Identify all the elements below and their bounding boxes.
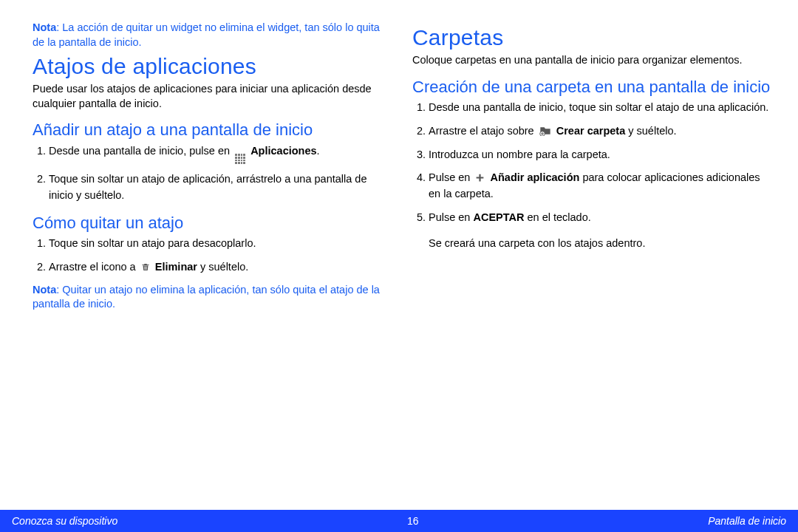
create-folder-label: Crear carpeta — [556, 125, 626, 137]
folder-plus-icon — [539, 126, 551, 136]
footer-bar: Conozca su dispositivo 16 Pantalla de in… — [0, 510, 798, 532]
add-app-label: Añadir aplicación — [491, 171, 580, 183]
subheading-add-shortcut: Añadir un atajo a una pantalla de inicio — [33, 120, 393, 140]
step-remove-1: Toque sin soltar un atajo para desacopla… — [49, 236, 393, 252]
step-folder-1: Desde una pantalla de inicio, toque sin … — [429, 100, 773, 116]
left-column: Nota: La acción de quitar un widget no e… — [33, 21, 393, 502]
step-folder-5: Pulse en ACEPTAR en el teclado. Se crear… — [429, 210, 773, 250]
step-add-1: Desde una pantalla de inicio, pulse en A… — [49, 143, 393, 164]
note-label-2: Nota — [33, 284, 56, 296]
note-widget: Nota: La acción de quitar un widget no e… — [33, 21, 393, 50]
note-remove-shortcut: Nota: Quitar un atajo no elimina la apli… — [33, 283, 393, 312]
page-number: 16 — [407, 515, 419, 527]
subheading-create-folder: Creación de una carpeta en una pantalla … — [412, 77, 773, 98]
accept-label: ACEPTAR — [473, 211, 524, 223]
list-remove-shortcut: Toque sin soltar un atajo para desacopla… — [33, 236, 393, 276]
intro-folders: Coloque carpetas en una pantalla de inic… — [412, 53, 773, 68]
plus-icon — [475, 173, 485, 183]
step-folder-2: Arrastre el atajo sobre Crear carpeta y … — [429, 123, 773, 140]
remove-label: Eliminar — [155, 261, 197, 273]
step-folder-4: Pulse en Añadir aplicación para colocar … — [429, 170, 773, 202]
heading-shortcuts: Atajos de aplicaciones — [33, 54, 393, 79]
step-folder-result: Se creará una carpeta con los atajos ade… — [429, 236, 773, 251]
note-text-2: : Quitar un atajo no elimina la aplicaci… — [33, 284, 380, 310]
document-page: Nota: La acción de quitar un widget no e… — [0, 0, 798, 532]
trash-icon — [141, 262, 150, 272]
right-column: Carpetas Coloque carpetas en una pantall… — [412, 21, 773, 502]
list-create-folder: Desde una pantalla de inicio, toque sin … — [412, 100, 773, 250]
step-folder-3: Introduzca un nombre para la carpeta. — [429, 147, 773, 163]
heading-folders: Carpetas — [412, 25, 773, 50]
footer-right: Pantalla de inicio — [708, 515, 786, 527]
subheading-remove-shortcut: Cómo quitar un atajo — [33, 213, 393, 233]
step-add-2: Toque sin soltar un atajo de aplicación,… — [49, 171, 393, 204]
step-remove-2: Arrastre el icono a Eliminar y suéltelo. — [49, 259, 393, 276]
note-text: : La acción de quitar un widget no elimi… — [33, 21, 380, 48]
intro-shortcuts: Puede usar los atajos de aplicaciones pa… — [33, 82, 393, 111]
apps-label: Aplicaciones — [250, 145, 316, 157]
note-label: Nota — [33, 21, 56, 33]
apps-grid-icon — [235, 154, 245, 164]
footer-left: Conozca su dispositivo — [12, 515, 117, 527]
list-add-shortcut: Desde una pantalla de inicio, pulse en A… — [33, 143, 393, 204]
content-area: Nota: La acción de quitar un widget no e… — [0, 0, 798, 510]
